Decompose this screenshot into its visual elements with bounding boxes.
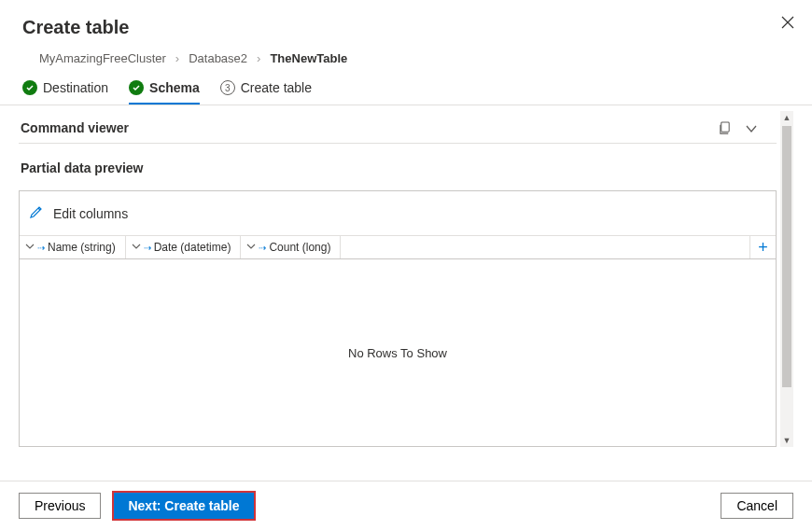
pencil-icon bbox=[29, 204, 44, 222]
step-number-icon: 3 bbox=[220, 80, 235, 95]
step-label: Create table bbox=[241, 80, 312, 95]
wizard-steps: Destination Schema 3 Create table bbox=[0, 65, 812, 105]
step-label: Destination bbox=[43, 80, 108, 95]
column-headers: ⇢ Name (string) ⇢ Date (datetime) ⇢ Coun… bbox=[20, 236, 776, 259]
chevron-down-icon bbox=[246, 241, 256, 254]
scroll-down-icon[interactable]: ▼ bbox=[783, 434, 791, 447]
empty-message: No Rows To Show bbox=[348, 346, 447, 360]
command-viewer-label: Command viewer bbox=[19, 117, 129, 143]
step-destination[interactable]: Destination bbox=[22, 80, 108, 105]
scroll-thumb[interactable] bbox=[782, 126, 791, 387]
breadcrumb-item[interactable]: Database2 bbox=[189, 51, 247, 65]
step-create-table[interactable]: 3 Create table bbox=[220, 80, 312, 105]
copy-button[interactable] bbox=[718, 121, 732, 138]
check-icon bbox=[129, 80, 144, 95]
chevron-down-icon bbox=[132, 241, 141, 254]
breadcrumb: MyAmazingFreeCluster › Database2 › TheNe… bbox=[0, 38, 812, 65]
scroll-up-icon[interactable]: ▲ bbox=[783, 111, 791, 124]
cancel-button[interactable]: Cancel bbox=[721, 493, 793, 519]
step-label: Schema bbox=[149, 80, 200, 95]
column-name: Count (long) bbox=[269, 241, 330, 254]
check-icon bbox=[22, 80, 37, 95]
edit-columns-button[interactable]: Edit columns bbox=[20, 191, 776, 236]
column-header[interactable]: ⇢ Name (string) bbox=[20, 236, 126, 258]
plus-icon: + bbox=[758, 238, 768, 258]
dialog-footer: Previous Next: Create table Cancel bbox=[0, 481, 812, 530]
breadcrumb-current: TheNewTable bbox=[270, 51, 347, 65]
close-icon bbox=[781, 16, 794, 29]
type-icon: ⇢ bbox=[259, 243, 265, 253]
next-button[interactable]: Next: Create table bbox=[114, 493, 253, 519]
previous-button[interactable]: Previous bbox=[19, 493, 101, 519]
step-schema[interactable]: Schema bbox=[129, 80, 200, 105]
chevron-right-icon: › bbox=[257, 51, 260, 65]
vertical-scrollbar[interactable]: ▲ ▼ bbox=[780, 111, 793, 447]
close-button[interactable] bbox=[777, 11, 799, 34]
expand-button[interactable] bbox=[745, 122, 758, 138]
chevron-down-icon bbox=[25, 241, 35, 254]
command-viewer-header: Command viewer bbox=[19, 117, 777, 144]
copy-icon bbox=[718, 121, 732, 135]
page-title: Create table bbox=[22, 17, 790, 38]
column-header[interactable]: ⇢ Count (long) bbox=[241, 236, 341, 258]
dialog-header: Create table bbox=[0, 0, 812, 38]
chevron-down-icon bbox=[745, 122, 758, 135]
grid-body: No Rows To Show bbox=[20, 259, 776, 446]
column-name: Name (string) bbox=[48, 241, 116, 254]
preview-grid: Edit columns ⇢ Name (string) ⇢ Date (dat… bbox=[19, 190, 777, 447]
breadcrumb-item[interactable]: MyAmazingFreeCluster bbox=[39, 51, 166, 65]
content-area: Command viewer Partial data preview Edit… bbox=[0, 105, 812, 447]
chevron-right-icon: › bbox=[175, 51, 179, 65]
column-header[interactable]: ⇢ Date (datetime) bbox=[126, 236, 242, 258]
type-icon: ⇢ bbox=[144, 243, 150, 253]
svg-rect-0 bbox=[721, 122, 729, 132]
partial-preview-label: Partial data preview bbox=[19, 157, 777, 183]
add-column-button[interactable]: + bbox=[749, 236, 776, 258]
edit-columns-label: Edit columns bbox=[53, 206, 128, 221]
column-name: Date (datetime) bbox=[154, 241, 231, 254]
type-icon: ⇢ bbox=[37, 243, 44, 253]
